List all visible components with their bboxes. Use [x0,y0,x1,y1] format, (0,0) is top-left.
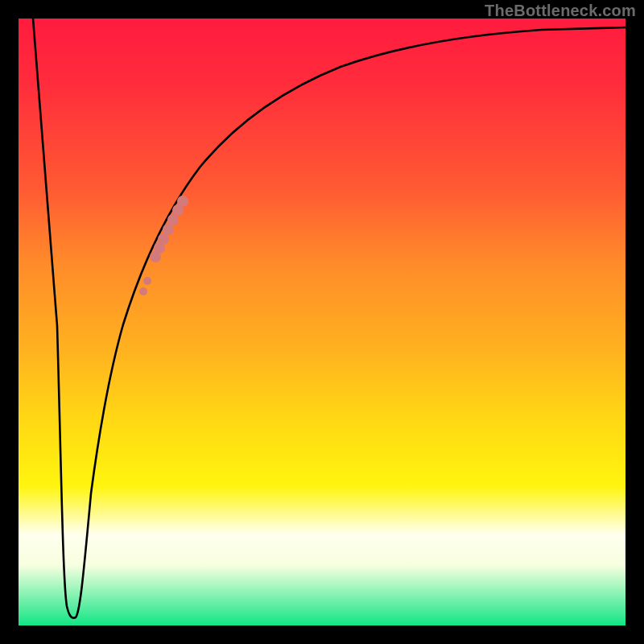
curve-marker-dot [177,196,188,207]
curve-marker-dot [163,224,174,235]
curve-marker-dot [139,287,147,295]
chart-frame: TheBottleneck.com [0,0,644,644]
curve-marker-dot [167,214,179,225]
curve-marker-dot [158,233,169,245]
attribution-label: TheBottleneck.com [485,2,636,20]
curve-marker-group [139,196,188,295]
chart-svg [19,19,625,625]
bottleneck-curve-path [33,19,625,618]
chart-plot-area [19,19,625,625]
curve-marker-dot [143,277,151,285]
